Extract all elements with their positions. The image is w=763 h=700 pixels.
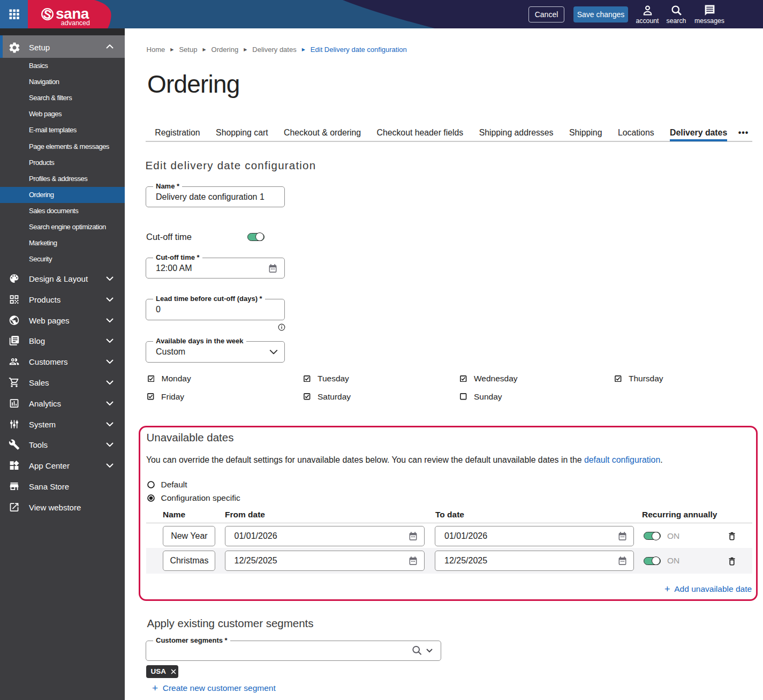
- svg-text:advanced: advanced: [61, 19, 90, 27]
